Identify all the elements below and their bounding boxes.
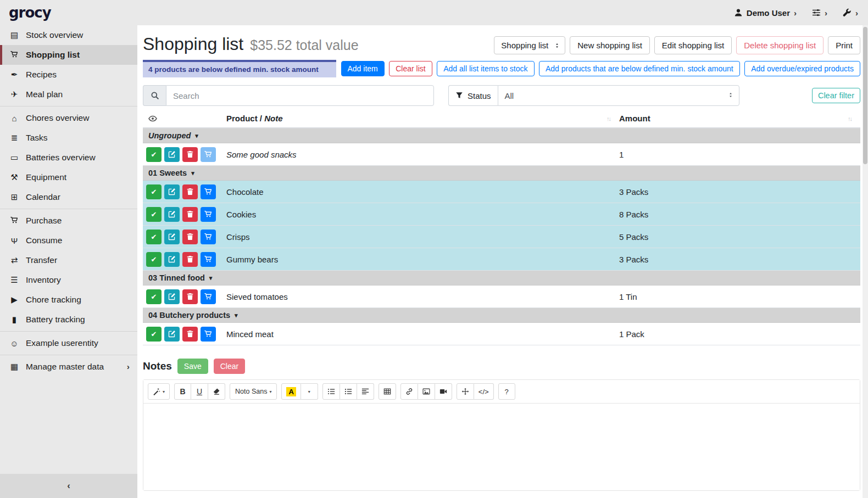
sidebar-item-battery-tracking[interactable]: ▮Battery tracking (0, 310, 137, 329)
style-dropdown-button[interactable]: ▾ (148, 383, 170, 400)
min-stock-warning[interactable]: 4 products are below defined min. stock … (143, 60, 336, 77)
edit-entry-button[interactable] (164, 289, 180, 304)
edit-entry-button[interactable] (164, 184, 180, 199)
insert-table-button[interactable] (379, 383, 396, 400)
delete-entry-button[interactable] (182, 289, 198, 304)
grocy-logo[interactable]: grocy (9, 4, 51, 21)
delete-entry-button[interactable] (182, 327, 198, 342)
sidebar-item-meal-plan[interactable]: ✈Meal plan (0, 85, 137, 104)
mark-done-button[interactable]: ✔ (146, 147, 162, 162)
edit-entry-button[interactable] (164, 147, 180, 162)
add-overdue-button[interactable]: Add overdue/expired products (744, 61, 860, 76)
group-header-butchery-products[interactable]: 04 Butchery products ▾ (143, 308, 860, 323)
sidebar-item-batteries-overview[interactable]: ▭Batteries overview (0, 148, 137, 167)
caret-down-icon: ▾ (191, 170, 194, 177)
color-dropdown-button[interactable]: ▾ (301, 383, 318, 400)
sidebar-item-transfer[interactable]: ⇄Transfer (0, 250, 137, 270)
delete-entry-button[interactable] (182, 147, 198, 162)
edit-entry-button[interactable] (164, 207, 180, 222)
sidebar-item-chores-overview[interactable]: ⌂Chores overview (0, 108, 137, 128)
sidebar-item-purchase[interactable]: Purchase (0, 211, 137, 231)
mark-done-button[interactable]: ✔ (146, 207, 162, 222)
vertical-scrollbar[interactable] (863, 25, 868, 498)
edit-entry-button[interactable] (164, 327, 180, 342)
sidebar-item-consume[interactable]: ΨConsume (0, 231, 137, 250)
app-root: grocy Demo User › › › ▤Stock overview Sh… (0, 0, 868, 498)
insert-video-button[interactable] (435, 383, 452, 400)
clear-list-button[interactable]: Clear list (389, 61, 432, 76)
add-to-stock-button[interactable] (201, 147, 216, 162)
align-left-icon (361, 388, 369, 395)
edit-shopping-list-button[interactable]: Edit shopping list (654, 36, 732, 54)
edit-pencil-icon (168, 330, 176, 338)
mark-done-button[interactable]: ✔ (146, 230, 162, 244)
sidebar-item-example-userentity[interactable]: ☺Example userentity (0, 333, 137, 353)
search-input[interactable] (166, 85, 434, 106)
admin-menu[interactable]: › (843, 8, 858, 18)
delete-entry-button[interactable] (182, 252, 198, 267)
add-below-min-stock-button[interactable]: Add products that are below defined min.… (539, 61, 740, 76)
sidebar-item-recipes[interactable]: ✒Recipes (0, 65, 137, 85)
paper-plane-icon: ✈ (9, 89, 20, 99)
amount-column-header[interactable]: Amount ↑↓ (619, 113, 860, 127)
mark-done-button[interactable]: ✔ (146, 327, 162, 342)
sidebar-item-manage-master-data[interactable]: ▦Manage master data› (0, 357, 137, 377)
trash-icon (186, 255, 194, 263)
sidebar-collapse-button[interactable]: ‹ (0, 474, 137, 498)
add-all-to-stock-button[interactable]: Add all list items to stock (437, 61, 534, 76)
notes-editor-area[interactable] (143, 404, 860, 490)
clear-filter-button[interactable]: Clear filter (812, 88, 860, 103)
insert-link-button[interactable] (400, 383, 418, 400)
shopping-list-select[interactable]: Shopping list (494, 36, 565, 54)
remove-format-button[interactable] (208, 383, 225, 400)
bold-button[interactable]: B (174, 383, 191, 400)
group-header-sweets[interactable]: 01 Sweets ▾ (143, 166, 860, 181)
help-button[interactable]: ? (498, 383, 515, 400)
mark-done-button[interactable]: ✔ (146, 184, 162, 199)
edit-entry-button[interactable] (164, 230, 180, 244)
add-to-stock-button[interactable] (201, 327, 216, 342)
edit-entry-button[interactable] (164, 252, 180, 267)
sidebar-item-equipment[interactable]: ⚒Equipment (0, 167, 137, 187)
search-icon (143, 85, 166, 106)
delete-entry-button[interactable] (182, 230, 198, 244)
print-button[interactable]: Print (828, 36, 860, 54)
font-family-button[interactable]: Noto Sans▾ (230, 383, 277, 400)
underline-button[interactable]: U (191, 383, 208, 400)
save-notes-button[interactable]: Save (177, 359, 208, 374)
scrollbar-thumb[interactable] (863, 27, 867, 164)
group-header-tinned-food[interactable]: 03 Tinned food ▾ (143, 271, 860, 286)
add-to-stock-button[interactable] (201, 184, 216, 199)
codeview-button[interactable]: </> (474, 383, 494, 400)
delete-entry-button[interactable] (182, 184, 198, 199)
sidebar-item-calendar[interactable]: ⊞Calendar (0, 187, 137, 207)
sidebar-item-chore-tracking[interactable]: ▶Chore tracking (0, 290, 137, 310)
fullscreen-button[interactable] (457, 383, 474, 400)
new-shopping-list-button[interactable]: New shopping list (570, 36, 650, 54)
delete-shopping-list-button[interactable]: Delete shopping list (736, 36, 824, 54)
mark-done-button[interactable]: ✔ (146, 252, 162, 267)
add-to-stock-button[interactable] (201, 289, 216, 304)
settings-menu[interactable]: › (812, 8, 827, 18)
add-item-button[interactable]: Add item (341, 61, 385, 76)
ordered-list-button[interactable] (340, 383, 357, 400)
group-header-ungrouped[interactable]: Ungrouped ▾ (143, 128, 860, 143)
sidebar-item-stock-overview[interactable]: ▤Stock overview (0, 25, 137, 45)
add-to-stock-button[interactable] (201, 230, 216, 244)
delete-entry-button[interactable] (182, 207, 198, 222)
status-select[interactable]: All (498, 85, 739, 106)
insert-picture-button[interactable] (418, 383, 435, 400)
paragraph-align-button[interactable] (357, 383, 374, 400)
unordered-list-button[interactable] (322, 383, 340, 400)
numbered-list-icon (344, 388, 352, 395)
sidebar-item-shopping-list[interactable]: Shopping list (0, 45, 137, 65)
clear-notes-button[interactable]: Clear (214, 359, 245, 374)
sidebar-item-tasks[interactable]: ≣Tasks (0, 128, 137, 148)
text-color-button[interactable]: A (281, 383, 301, 400)
user-menu[interactable]: Demo User › (734, 8, 797, 18)
mark-done-button[interactable]: ✔ (146, 289, 162, 304)
sidebar-item-inventory[interactable]: ☰Inventory (0, 270, 137, 290)
add-to-stock-button[interactable] (201, 252, 216, 267)
add-to-stock-button[interactable] (201, 207, 216, 222)
product-column-header[interactable]: Product / Note ↑↓ (226, 113, 619, 127)
